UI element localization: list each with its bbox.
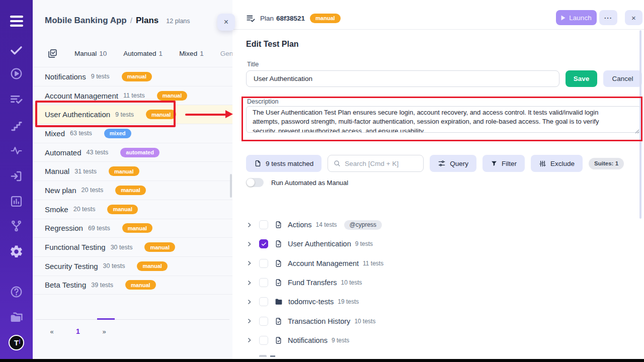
plan-list-item[interactable]: Manual 31 tests manual bbox=[33, 162, 232, 181]
plan-type-badge: manual bbox=[107, 205, 138, 214]
cancel-button[interactable]: Cancel bbox=[603, 70, 642, 87]
file-icon bbox=[254, 159, 262, 167]
suite-type-icon bbox=[274, 336, 283, 345]
filter-button[interactable]: Filter bbox=[482, 155, 525, 172]
plan-list-item[interactable]: Notifications 9 tests manual bbox=[33, 67, 232, 86]
detail-scrollbar[interactable] bbox=[639, 30, 641, 219]
suite-checkbox[interactable] bbox=[259, 317, 268, 326]
plan-list-item[interactable]: Functional Testing 30 tests manual bbox=[33, 238, 232, 257]
suite-test-count: 9 tests bbox=[355, 240, 373, 247]
search-input[interactable] bbox=[345, 160, 418, 167]
suite-row[interactable]: Fund Transfers 10 tests bbox=[246, 273, 639, 292]
suite-row[interactable]: Notifications 9 tests bbox=[246, 331, 639, 350]
chevron-right-icon[interactable] bbox=[246, 318, 253, 324]
suite-name: todomvc-tests bbox=[288, 298, 334, 306]
pagination-first[interactable]: « bbox=[45, 328, 59, 335]
description-textarea[interactable]: The User Authentication Test Plan ensure… bbox=[246, 106, 641, 133]
suite-type-icon bbox=[274, 239, 283, 248]
bottom-bar bbox=[0, 359, 644, 362]
import-login-icon[interactable] bbox=[0, 169, 33, 183]
menu-icon[interactable] bbox=[0, 14, 33, 28]
plan-list-item[interactable]: User Authentication 9 tests manual bbox=[33, 105, 232, 124]
suite-row[interactable]: User Authentication 9 tests bbox=[246, 234, 639, 253]
search-box[interactable] bbox=[328, 155, 424, 172]
title-input[interactable] bbox=[246, 70, 559, 87]
pagination-active-indicator bbox=[97, 318, 115, 320]
launch-button[interactable]: Launch bbox=[556, 10, 597, 25]
plan-list-item[interactable]: Mixed 63 tests mixed bbox=[33, 124, 232, 143]
project-name[interactable]: Mobile Banking App bbox=[45, 16, 127, 26]
save-button[interactable]: Save bbox=[566, 70, 597, 87]
settings-gear-icon[interactable] bbox=[0, 244, 33, 259]
suite-checkbox[interactable] bbox=[259, 239, 268, 248]
chevron-right-icon[interactable] bbox=[246, 299, 253, 305]
steps-icon[interactable] bbox=[0, 119, 33, 132]
tasks-check-icon[interactable] bbox=[0, 43, 33, 57]
suite-test-count: 11 tests bbox=[363, 260, 383, 267]
plans-list-check-icon[interactable] bbox=[0, 93, 33, 106]
tab-automated[interactable]: Automated1 bbox=[123, 50, 163, 57]
suite-checkbox[interactable] bbox=[259, 278, 268, 287]
suite-row[interactable]: Actions 14 tests @cypress bbox=[246, 215, 639, 234]
suite-test-count: 10 tests bbox=[341, 279, 362, 286]
plan-list: Notifications 9 tests manual Account Man… bbox=[33, 67, 232, 295]
plan-list-item[interactable]: New plan 20 tests manual bbox=[33, 181, 232, 200]
plan-list-item[interactable]: Smoke 20 tests manual bbox=[33, 200, 232, 219]
tab-general[interactable]: Gener bbox=[220, 50, 232, 57]
suite-row[interactable]: todomvc-tests 19 tests bbox=[246, 292, 639, 311]
suite-checkbox[interactable] bbox=[259, 297, 268, 306]
exclude-button[interactable]: Exclude bbox=[531, 155, 583, 172]
reports-chart-icon[interactable] bbox=[0, 195, 33, 208]
projects-folders-icon[interactable] bbox=[0, 310, 33, 325]
plan-id: 68f38521 bbox=[276, 15, 305, 22]
suite-checkbox[interactable] bbox=[259, 259, 268, 268]
plan-list-item[interactable]: Beta Testing 39 tests manual bbox=[33, 276, 232, 295]
suite-row[interactable]: Transaction History 10 tests bbox=[246, 311, 639, 330]
description-label: Description bbox=[247, 98, 279, 105]
help-icon[interactable] bbox=[0, 285, 33, 299]
chevron-right-icon[interactable] bbox=[246, 260, 253, 266]
plan-list-item[interactable]: Automated 43 tests automated bbox=[33, 143, 232, 162]
tab-manual[interactable]: Manual10 bbox=[74, 50, 107, 57]
app-window: T Mobile Banking App / Plans 12 plans Ma… bbox=[0, 0, 644, 362]
select-all-icon[interactable] bbox=[47, 48, 58, 59]
run-play-icon[interactable] bbox=[0, 67, 33, 80]
suites-count-badge: Suites: 1 bbox=[589, 158, 624, 169]
suite-checkbox[interactable] bbox=[259, 336, 268, 345]
plan-list-item[interactable]: Security Testing 30 tests manual bbox=[33, 257, 232, 276]
suite-name: Account Management bbox=[288, 259, 359, 267]
toggle-label: Run Automated as Manual bbox=[271, 179, 348, 187]
plan-label: Plan bbox=[260, 15, 274, 22]
funnel-icon bbox=[491, 160, 498, 167]
chevron-right-icon[interactable] bbox=[246, 241, 253, 247]
chevron-right-icon[interactable] bbox=[246, 222, 253, 228]
chevron-right-icon[interactable] bbox=[246, 280, 253, 286]
query-button[interactable]: Query bbox=[430, 155, 476, 172]
branches-icon[interactable] bbox=[0, 219, 33, 233]
run-automated-toggle[interactable] bbox=[246, 178, 264, 187]
activity-pulse-icon[interactable] bbox=[0, 144, 33, 157]
plans-panel-close-button[interactable]: × bbox=[217, 14, 235, 31]
plan-test-count: 11 tests bbox=[123, 92, 145, 99]
plan-type-badge: mixed bbox=[104, 129, 131, 138]
plan-list-item[interactable]: Regression 69 tests manual bbox=[33, 219, 232, 238]
plans-scrollbar[interactable] bbox=[230, 174, 232, 198]
plan-list-item[interactable]: Account Management 11 tests manual bbox=[33, 86, 232, 106]
plan-name: Manual bbox=[45, 167, 69, 175]
pagination-page-1[interactable]: 1 bbox=[71, 327, 85, 335]
app-logo[interactable]: T bbox=[0, 335, 33, 350]
suite-row[interactable]: Account Management 11 tests bbox=[246, 254, 639, 273]
tests-matched-button[interactable]: 9 tests matched bbox=[246, 155, 321, 172]
suite-tree: Actions 14 tests @cypress U bbox=[246, 215, 639, 350]
detail-close-button[interactable]: × bbox=[625, 10, 642, 25]
plan-type-badge: manual bbox=[137, 261, 168, 271]
plan-test-count: 43 tests bbox=[87, 149, 109, 156]
tab-mixed[interactable]: Mixed1 bbox=[179, 50, 204, 57]
suite-checkbox[interactable] bbox=[259, 220, 268, 229]
plan-type-badge: automated bbox=[120, 148, 159, 157]
pagination-divider bbox=[36, 319, 229, 320]
chevron-right-icon[interactable] bbox=[246, 337, 253, 343]
more-options-button[interactable]: ··· bbox=[599, 10, 617, 25]
sliders-icon bbox=[438, 159, 446, 167]
pagination-last[interactable]: » bbox=[97, 328, 111, 335]
